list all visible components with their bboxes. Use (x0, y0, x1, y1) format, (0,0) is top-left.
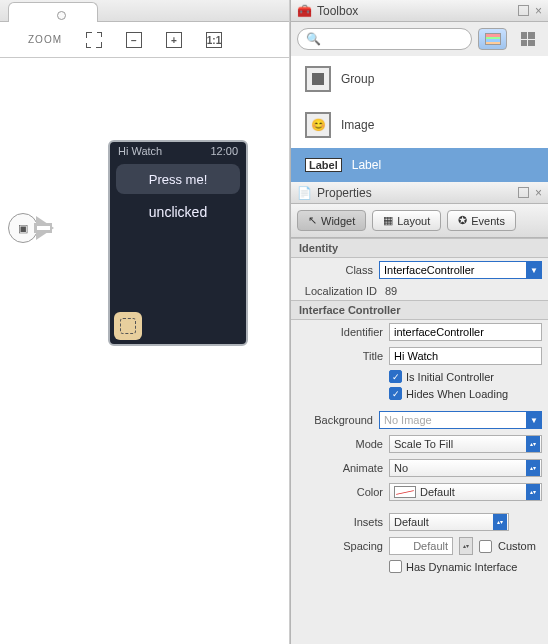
watch-button-text: Press me! (149, 172, 208, 187)
row-mode: Mode Scale To Fill▴▾ (291, 432, 548, 456)
design-canvas[interactable]: ▣ Hi Watch 12:00 Press me! unclicked (0, 58, 289, 644)
toolbox-item-image[interactable]: 😊 Image (291, 102, 548, 148)
updown-icon: ▴▾ (526, 484, 540, 500)
zoom-reset-icon[interactable]: 1:1 (206, 32, 222, 48)
browser-tab[interactable] (8, 2, 98, 22)
search-icon: 🔍 (306, 32, 321, 46)
updown-icon: ▴▾ (493, 514, 507, 530)
is-initial-label: Is Initial Controller (406, 371, 494, 383)
toolbox-header: 🧰 Toolbox × (291, 0, 548, 22)
layout-icon: ▦ (383, 214, 393, 227)
custom-checkbox[interactable] (479, 540, 492, 553)
close-button[interactable]: × (535, 186, 542, 200)
watch-label[interactable]: unclicked (110, 198, 246, 220)
animate-label: Animate (297, 462, 383, 474)
row-insets: Insets Default▴▾ (291, 510, 548, 534)
watch-title: Hi Watch (118, 145, 162, 157)
row-class: Class ▼ (291, 258, 548, 282)
toolbox-item-label: Group (341, 72, 374, 86)
toolbox-search-input[interactable]: 🔍 (297, 28, 472, 50)
category-icon (485, 33, 501, 45)
toolbox-search-row: 🔍 (291, 22, 548, 56)
toolbox-item-label: Label (352, 158, 381, 172)
dynamic-checkbox[interactable] (389, 560, 402, 573)
row-animate: Animate No▴▾ (291, 456, 548, 480)
class-input[interactable] (379, 261, 526, 279)
hides-label: Hides When Loading (406, 388, 508, 400)
view-mode-grid-button[interactable] (513, 28, 542, 50)
insets-label: Insets (297, 516, 383, 528)
mode-label: Mode (297, 438, 383, 450)
class-label: Class (297, 264, 373, 276)
row-identifier: Identifier (291, 320, 548, 344)
updown-icon: ▴▾ (526, 460, 540, 476)
identifier-label: Identifier (297, 326, 383, 338)
watch-footer-icon[interactable] (114, 312, 142, 340)
entry-point-arrow[interactable]: ▣ (8, 213, 54, 243)
row-dynamic: Has Dynamic Interface (291, 558, 548, 575)
row-localization-id: Localization ID 89 (291, 282, 548, 300)
minimize-button[interactable] (518, 187, 529, 198)
row-hides: ✓ Hides When Loading (291, 385, 548, 402)
row-spacing: Spacing ▴▾ Custom (291, 534, 548, 558)
updown-icon: ▴▾ (526, 436, 540, 452)
watch-interface-preview[interactable]: Hi Watch 12:00 Press me! unclicked (108, 140, 248, 346)
mode-select[interactable]: Scale To Fill▴▾ (389, 435, 542, 453)
cursor-icon: ↖ (308, 214, 317, 227)
identifier-input[interactable] (389, 323, 542, 341)
inspector-pane: 🧰 Toolbox × 🔍 Group 😊 Image Label Label … (290, 0, 548, 644)
spacing-stepper[interactable]: ▴▾ (459, 537, 473, 555)
arrow-icon (36, 216, 54, 240)
row-is-initial: ✓ Is Initial Controller (291, 368, 548, 385)
search-text-input[interactable] (325, 33, 463, 45)
browser-tab-bar (0, 0, 289, 22)
background-combo[interactable]: ▼ (379, 411, 542, 429)
section-identity: Identity (291, 238, 548, 258)
tab-widget[interactable]: ↖Widget (297, 210, 366, 231)
is-initial-checkbox[interactable]: ✓ (389, 370, 402, 383)
zoom-label: ZOOM (28, 34, 62, 45)
tab-layout[interactable]: ▦Layout (372, 210, 441, 231)
color-swatch-icon (394, 486, 416, 498)
tab-favicon-placeholder (57, 11, 66, 20)
view-mode-category-button[interactable] (478, 28, 507, 50)
zoom-in-icon[interactable]: + (166, 32, 182, 48)
row-background: Background ▼ (291, 408, 548, 432)
toolbox-title: Toolbox (317, 4, 512, 18)
minimize-button[interactable] (518, 5, 529, 16)
custom-label: Custom (498, 540, 536, 552)
title-input[interactable] (389, 347, 542, 365)
tab-events[interactable]: ✪Events (447, 210, 516, 231)
events-icon: ✪ (458, 214, 467, 227)
fullscreen-icon[interactable] (86, 32, 102, 48)
properties-header: 📄 Properties × (291, 182, 548, 204)
toolbox-item-group[interactable]: Group (291, 56, 548, 102)
canvas-toolbar: ZOOM − + 1:1 (0, 22, 289, 58)
class-combo[interactable]: ▼ (379, 261, 542, 279)
background-label: Background (297, 414, 373, 426)
color-select[interactable]: Default▴▾ (389, 483, 542, 501)
properties-title: Properties (317, 186, 512, 200)
design-canvas-pane: ZOOM − + 1:1 ▣ Hi Watch 12:00 Press me! … (0, 0, 290, 644)
chevron-down-icon[interactable]: ▼ (526, 261, 542, 279)
properties-tabs: ↖Widget ▦Layout ✪Events (291, 204, 548, 238)
background-input[interactable] (379, 411, 526, 429)
hides-checkbox[interactable]: ✓ (389, 387, 402, 400)
color-label: Color (297, 486, 383, 498)
locid-label: Localization ID (291, 285, 377, 297)
insets-select[interactable]: Default▴▾ (389, 513, 509, 531)
close-button[interactable]: × (535, 4, 542, 18)
row-color: Color Default▴▾ (291, 480, 548, 504)
title-label: Title (297, 350, 383, 362)
zoom-out-icon[interactable]: − (126, 32, 142, 48)
watch-button[interactable]: Press me! (116, 164, 240, 194)
properties-icon: 📄 (297, 186, 311, 200)
chevron-down-icon[interactable]: ▼ (526, 411, 542, 429)
toolbox-item-label[interactable]: Label Label (291, 148, 548, 182)
animate-select[interactable]: No▴▾ (389, 459, 542, 477)
dynamic-label: Has Dynamic Interface (406, 561, 517, 573)
spacing-input[interactable] (389, 537, 453, 555)
spacing-label: Spacing (297, 540, 383, 552)
locid-value: 89 (383, 285, 397, 297)
section-interface-controller: Interface Controller (291, 300, 548, 320)
